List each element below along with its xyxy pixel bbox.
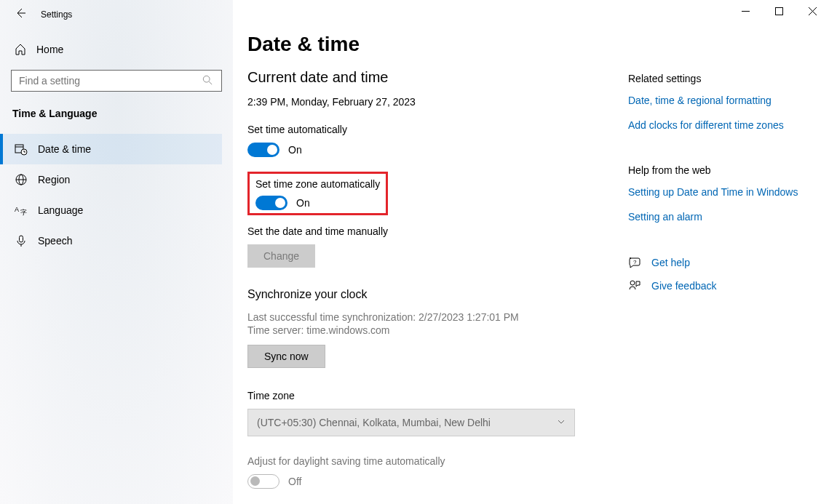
home-label: Home (36, 44, 63, 55)
home-icon (15, 44, 26, 55)
section-header: Time & Language (11, 108, 222, 119)
sidebar-item-language[interactable]: A字 Language (0, 195, 222, 225)
sidebar: Home Time & Language Date & time Region … (0, 36, 233, 256)
related-settings-heading: Related settings (628, 73, 810, 84)
chevron-down-icon (557, 417, 566, 428)
search-box[interactable] (11, 70, 222, 92)
set-time-auto-state: On (288, 144, 302, 156)
dst-toggle (247, 474, 279, 489)
current-datetime-value: 2:39 PM, Monday, February 27, 2023 (247, 96, 611, 108)
give-feedback-link[interactable]: Give feedback (628, 279, 810, 292)
svg-point-19 (630, 281, 635, 285)
timezone-value: (UTC+05:30) Chennai, Kolkata, Mumbai, Ne… (257, 417, 491, 428)
dst-label: Adjust for daylight saving time automati… (247, 455, 611, 467)
sync-last-info: Last successful time synchronization: 2/… (247, 311, 611, 323)
main-content: Date & time Current date and time 2:39 P… (247, 33, 611, 503)
window-title: Settings (41, 9, 72, 20)
svg-text:字: 字 (20, 209, 27, 216)
set-time-auto-toggle[interactable] (247, 143, 279, 157)
give-feedback-label: Give feedback (651, 280, 717, 292)
page-title: Date & time (247, 33, 611, 56)
maximize-button[interactable] (762, 0, 796, 22)
calendar-clock-icon (15, 143, 28, 156)
globe-icon (15, 173, 28, 186)
timezone-label: Time zone (247, 390, 611, 401)
get-help-link[interactable]: ? Get help (628, 256, 810, 269)
change-button: Change (247, 244, 315, 268)
dst-state: Off (288, 476, 301, 487)
sidebar-item-label: Date & time (38, 143, 91, 155)
microphone-icon (15, 234, 28, 247)
sidebar-item-label: Speech (38, 235, 72, 247)
set-tz-auto-label: Set time zone automatically (255, 178, 380, 190)
link-regional-formatting[interactable]: Date, time & regional formatting (628, 95, 810, 106)
help-web-heading: Help from the web (628, 164, 810, 176)
feedback-icon (628, 279, 641, 292)
sync-now-button[interactable]: Sync now (247, 345, 325, 368)
svg-text:A: A (15, 206, 19, 213)
sync-server-info: Time server: time.windows.com (247, 324, 611, 336)
svg-text:?: ? (633, 259, 637, 265)
sync-heading: Synchronize your clock (247, 288, 611, 301)
sidebar-item-speech[interactable]: Speech (0, 225, 222, 256)
get-help-label: Get help (651, 257, 690, 268)
sidebar-item-label: Region (38, 174, 70, 185)
search-input[interactable] (19, 75, 202, 87)
close-button[interactable] (796, 0, 829, 22)
sidebar-item-label: Language (38, 204, 83, 216)
minimize-button[interactable] (729, 0, 762, 22)
sidebar-item-region[interactable]: Region (0, 164, 222, 195)
titlebar: Settings (0, 0, 829, 29)
link-help-alarm[interactable]: Setting an alarm (628, 211, 810, 223)
manual-set-label: Set the date and time manually (247, 225, 611, 237)
svg-rect-16 (20, 236, 23, 242)
set-time-auto-label: Set time automatically (247, 124, 611, 135)
set-tz-auto-toggle[interactable] (255, 196, 287, 210)
search-icon (202, 75, 214, 87)
current-datetime-heading: Current date and time (247, 69, 611, 86)
highlight-annotation: Set time zone automatically On (247, 172, 388, 215)
set-tz-auto-state: On (296, 197, 310, 209)
svg-rect-1 (775, 7, 782, 15)
svg-point-4 (203, 76, 210, 82)
home-nav[interactable]: Home (11, 36, 222, 63)
right-column: Related settings Date, time & regional f… (628, 73, 810, 303)
back-button[interactable] (15, 7, 26, 22)
timezone-dropdown: (UTC+05:30) Chennai, Kolkata, Mumbai, Ne… (247, 409, 575, 436)
link-help-date-time[interactable]: Setting up Date and Time in Windows (628, 186, 810, 198)
svg-line-5 (209, 81, 212, 84)
language-icon: A字 (15, 204, 28, 217)
sidebar-item-date-time[interactable]: Date & time (0, 134, 222, 164)
link-add-clocks[interactable]: Add clocks for different time zones (628, 119, 810, 131)
chat-help-icon: ? (628, 256, 641, 269)
